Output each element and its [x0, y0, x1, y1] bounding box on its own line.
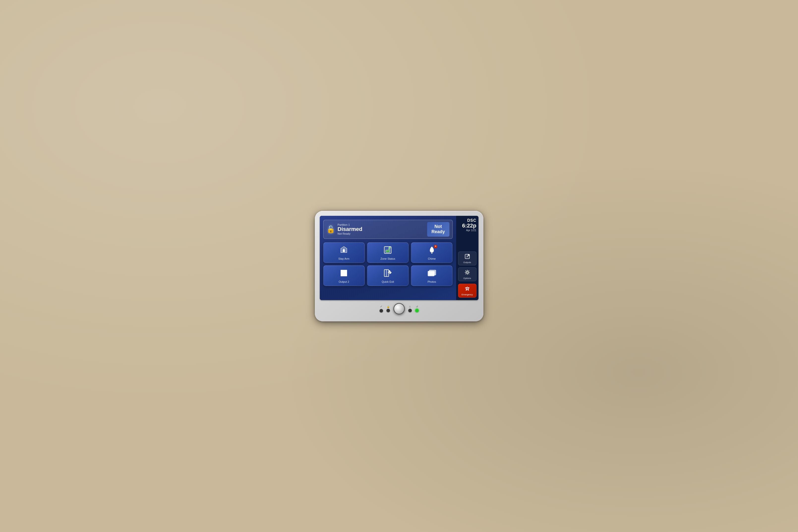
unlock-icon: 🔓: [327, 225, 335, 233]
check-dot: [379, 309, 383, 312]
options-sidebar-button[interactable]: Options: [458, 267, 477, 281]
stay-arm-icon: [339, 246, 348, 256]
time-display: 6:22p: [458, 223, 477, 229]
lock-dot: [387, 309, 390, 312]
indicator-check: ✓: [379, 305, 383, 312]
emergency-label: Emergency: [462, 293, 473, 296]
not-ready-line1: Not: [431, 224, 446, 229]
brand-area: DSC 6:22p Apr 1/21: [458, 218, 477, 233]
lock-symbol: 🔒: [387, 305, 390, 308]
options-icon: [465, 270, 470, 276]
not-ready-line2: Ready: [431, 229, 446, 235]
photos-icon: [427, 269, 436, 279]
photos-button[interactable]: Photos: [411, 265, 452, 286]
main-screen: 🔓 Partition 1 Disarmed Not Ready Not Rea…: [320, 216, 479, 300]
check-symbol: ✓: [380, 305, 383, 308]
keypad-inner: 🔓 Partition 1 Disarmed Not Ready Not Rea…: [320, 216, 479, 315]
svg-rect-4: [430, 251, 433, 252]
zone-status-label: Zone Status: [381, 257, 395, 260]
warning-symbol: ⚠: [409, 305, 411, 308]
keypad-device: 🔓 Partition 1 Disarmed Not Ready Not Rea…: [315, 211, 483, 321]
screen-main-area: 🔓 Partition 1 Disarmed Not Ready Not Rea…: [320, 216, 456, 300]
right-indicators: ⚠ ↺: [408, 305, 419, 312]
svg-rect-0: [343, 250, 345, 252]
ac-dot: [415, 309, 419, 312]
outputs-sidebar-button[interactable]: Outputs: [458, 251, 477, 265]
date-display: Apr 1/21: [458, 229, 477, 232]
sub-state-label: Not Ready: [338, 232, 425, 235]
output2-icon: [339, 269, 348, 279]
svg-point-3: [389, 247, 390, 248]
home-button[interactable]: [393, 303, 405, 315]
zone-status-button[interactable]: Zone Status: [367, 242, 409, 263]
screen-sidebar: DSC 6:22p Apr 1/21 Outputs: [456, 216, 479, 300]
svg-point-22: [466, 271, 468, 273]
quick-exit-label: Quick Exit: [382, 280, 394, 283]
chime-disabled-badge: ✕: [434, 245, 437, 248]
emergency-icon: [465, 286, 470, 293]
stay-arm-label: Stay Arm: [338, 257, 350, 260]
chime-icon: ✕: [427, 246, 436, 256]
options-label: Options: [463, 277, 471, 280]
emergency-button[interactable]: Emergency: [458, 284, 477, 298]
status-text-left: Partition 1 Disarmed Not Ready: [338, 223, 425, 235]
bottom-controls: ✓ 🔒 ⚠ ↺: [320, 300, 479, 315]
brand-name: DSC: [458, 218, 477, 223]
zone-status-icon: [383, 246, 392, 256]
warning-dot: [408, 309, 412, 312]
status-bar: 🔓 Partition 1 Disarmed Not Ready Not Rea…: [323, 220, 453, 239]
chime-label: Chime: [428, 257, 436, 260]
indicator-warning: ⚠: [408, 305, 412, 312]
svg-point-1: [343, 249, 345, 250]
svg-rect-14: [342, 272, 345, 274]
ac-symbol: ↺: [416, 305, 418, 308]
outputs-icon: [465, 254, 470, 261]
stay-arm-button[interactable]: Stay Arm: [323, 242, 365, 263]
status-right-badge: Not Ready: [427, 222, 449, 236]
photos-label: Photos: [428, 280, 436, 283]
indicator-ac: ↺: [415, 305, 419, 312]
indicator-lock: 🔒: [387, 305, 390, 312]
outputs-label: Outputs: [463, 261, 471, 264]
output2-label: Output 2: [339, 280, 349, 283]
arm-state-label: Disarmed: [338, 226, 425, 232]
svg-point-5: [431, 252, 432, 253]
quick-exit-button[interactable]: Quick Exit: [367, 265, 409, 286]
quick-exit-icon: [383, 269, 392, 279]
chime-button[interactable]: ✕ Chime: [411, 242, 452, 263]
output2-button[interactable]: Output 2: [323, 265, 365, 286]
left-indicators: ✓ 🔒: [379, 305, 390, 312]
action-buttons-grid: Stay Arm Zone Status: [323, 242, 453, 286]
